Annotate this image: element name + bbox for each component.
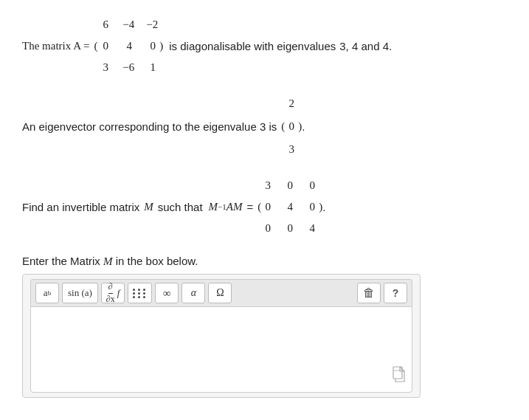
enter-text-2: in the box below. [116, 255, 198, 267]
diag-period: . [322, 197, 325, 217]
eigenvec-right-paren: ) [298, 121, 302, 132]
equation-M: M [209, 197, 218, 217]
diag-0-1: 0 [285, 176, 295, 196]
diag-1-2: 0 [307, 197, 317, 217]
diag-matrix-cells: 3 0 0 0 4 0 0 0 4 [263, 176, 317, 238]
trash-button[interactable]: 🗑 [357, 283, 381, 303]
cell-1-0: 0 [100, 36, 111, 56]
equation-equals: = [247, 197, 254, 217]
invertible-M: M [144, 197, 153, 217]
diag-text: is diagonalisable with eigenvalues [169, 36, 336, 56]
cell-2-1: −6 [122, 58, 134, 78]
sin-button[interactable]: sin (a) [62, 283, 98, 303]
cell-2-2: 1 [148, 58, 158, 78]
diag-left-paren: ( [257, 202, 261, 213]
omega-button[interactable]: Ω [208, 283, 232, 303]
eigenvector-cells: 2 0 3 [286, 94, 297, 159]
enter-text-1: Enter the Matrix [22, 255, 103, 267]
diag-matrix-wrap: ( 3 0 0 0 4 0 0 0 4 ) [257, 176, 322, 238]
cell-0-1: −4 [122, 15, 134, 35]
cell-0-2: −2 [146, 15, 158, 35]
matrix-right-paren: ) [159, 41, 163, 52]
equation-AM: AM [227, 197, 243, 217]
eigenvector-wrap: ( 2 0 3 ) [281, 94, 302, 159]
eigenvector-prefix: An eigenvector corresponding to the eige… [22, 117, 277, 137]
dot-grid-icon [133, 289, 147, 298]
toolbar: ab sin (a) ∂ ∂x f [30, 279, 412, 306]
matrix-input-area-wrap [30, 306, 412, 393]
cell-1-2: 0 [148, 36, 158, 56]
page-icon[interactable] [393, 366, 406, 386]
input-section: Enter the Matrix M in the box below. ab … [22, 255, 507, 398]
cell-1-1: 4 [124, 36, 134, 56]
invertible-section: Find an invertible matrix M such that M … [22, 176, 507, 238]
equation-sup: −1 [218, 200, 227, 215]
matrix-line: The matrix A = ( 6 −4 −2 0 4 0 3 −6 1 ) … [22, 15, 507, 78]
diag-1-1: 4 [285, 197, 295, 217]
diag-1-0: 0 [263, 197, 273, 217]
eigenvec-1: 0 [286, 117, 297, 137]
eigenvector-section: An eigenvector corresponding to the eige… [22, 94, 507, 159]
eigenvec-0: 2 [286, 94, 297, 114]
diag-2-2: 4 [307, 218, 317, 238]
matrix-A-wrap: ( 6 −4 −2 0 4 0 3 −6 1 ) [94, 15, 163, 78]
enter-M: M [103, 255, 113, 267]
math-input-box: ab sin (a) ∂ ∂x f [22, 274, 421, 398]
diag-right-paren: ) [319, 202, 322, 213]
invertible-prefix: Find an invertible matrix [22, 197, 139, 217]
alpha-button[interactable]: α [181, 283, 205, 303]
svg-rect-0 [393, 367, 402, 379]
infinity-button[interactable]: ∞ [155, 283, 179, 303]
diag-0-0: 3 [263, 176, 273, 196]
invertible-line: Find an invertible matrix M such that M … [22, 176, 507, 238]
diag-2-0: 0 [263, 218, 273, 238]
such-that: such that [158, 197, 203, 217]
eigenvalues: 3, 4 and 4. [339, 36, 392, 56]
cell-2-0: 3 [100, 58, 111, 78]
matrix-A-cells: 6 −4 −2 0 4 0 3 −6 1 [99, 15, 158, 78]
eigenvec-2: 3 [286, 140, 297, 159]
matrix-left-paren: ( [94, 41, 97, 52]
derivative-button[interactable]: ∂ ∂x f [101, 283, 125, 303]
diag-0-2: 0 [307, 176, 317, 196]
enter-label: Enter the Matrix M in the box below. [22, 255, 507, 268]
power-button[interactable]: ab [35, 283, 59, 303]
diag-2-1: 0 [285, 218, 295, 238]
help-button[interactable]: ? [384, 283, 407, 303]
matrix-definition-section: The matrix A = ( 6 −4 −2 0 4 0 3 −6 1 ) … [22, 15, 507, 78]
matrix-input[interactable] [37, 313, 406, 383]
eigenvector-period: . [302, 117, 305, 137]
eigenvector-line: An eigenvector corresponding to the eige… [22, 94, 507, 159]
cell-0-0: 6 [100, 15, 111, 35]
dot-grid-button[interactable] [128, 283, 152, 303]
eigenvec-left-paren: ( [281, 121, 285, 132]
matrix-label: The matrix A = [22, 36, 89, 56]
